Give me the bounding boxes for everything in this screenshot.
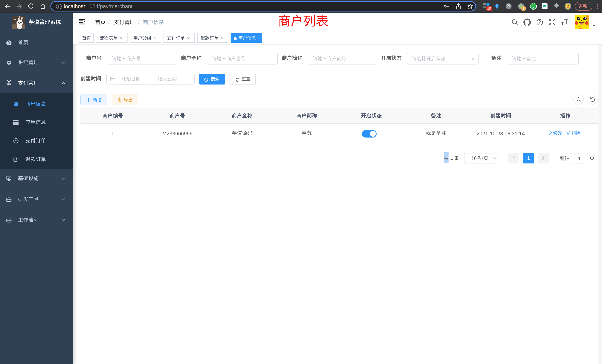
svg-text:y: y — [532, 4, 535, 9]
